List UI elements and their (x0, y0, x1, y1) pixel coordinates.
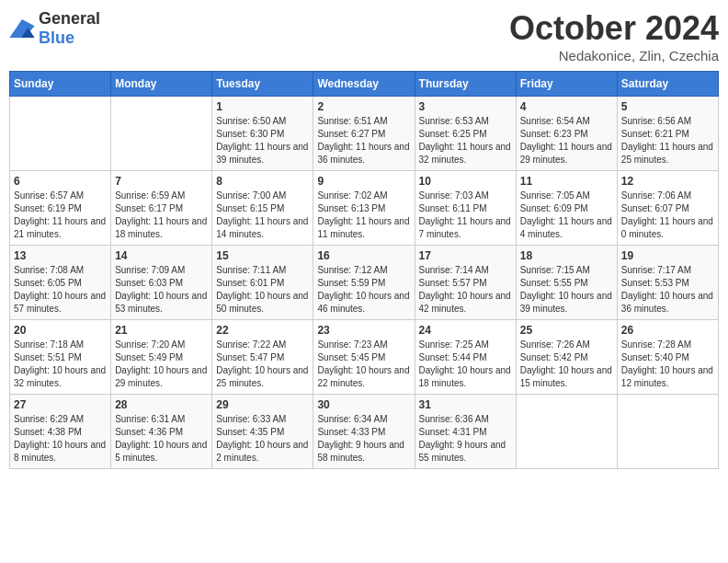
weekday-header: Monday (111, 72, 212, 97)
calendar-cell: 17Sunrise: 7:14 AM Sunset: 5:57 PM Dayli… (415, 246, 516, 320)
day-info: Sunrise: 6:33 AM Sunset: 4:35 PM Dayligh… (216, 413, 309, 465)
weekday-header: Tuesday (212, 72, 313, 97)
calendar-cell: 15Sunrise: 7:11 AM Sunset: 6:01 PM Dayli… (212, 246, 313, 320)
day-number: 31 (419, 398, 512, 411)
calendar-cell: 23Sunrise: 7:23 AM Sunset: 5:45 PM Dayli… (313, 320, 415, 395)
calendar-cell (516, 395, 617, 469)
day-info: Sunrise: 7:15 AM Sunset: 5:55 PM Dayligh… (520, 264, 613, 316)
calendar-cell: 26Sunrise: 7:28 AM Sunset: 5:40 PM Dayli… (617, 320, 718, 395)
day-number: 23 (317, 324, 410, 337)
day-info: Sunrise: 7:17 AM Sunset: 5:53 PM Dayligh… (621, 264, 714, 316)
day-number: 7 (115, 175, 208, 188)
day-number: 6 (14, 175, 107, 188)
day-number: 2 (317, 100, 410, 113)
day-number: 12 (621, 175, 714, 188)
day-info: Sunrise: 6:31 AM Sunset: 4:36 PM Dayligh… (115, 413, 208, 465)
calendar-cell: 12Sunrise: 7:06 AM Sunset: 6:07 PM Dayli… (617, 171, 718, 246)
day-number: 28 (115, 398, 208, 411)
weekday-header: Sunday (10, 72, 111, 97)
calendar-cell: 18Sunrise: 7:15 AM Sunset: 5:55 PM Dayli… (516, 246, 617, 320)
day-number: 10 (419, 175, 512, 188)
day-info: Sunrise: 7:02 AM Sunset: 6:13 PM Dayligh… (317, 190, 410, 241)
day-info: Sunrise: 7:05 AM Sunset: 6:09 PM Dayligh… (520, 190, 613, 241)
day-number: 3 (419, 100, 512, 113)
day-number: 20 (14, 324, 107, 337)
logo: General Blue (9, 9, 100, 48)
calendar-table: SundayMondayTuesdayWednesdayThursdayFrid… (9, 71, 719, 469)
calendar-cell: 6Sunrise: 6:57 AM Sunset: 6:19 PM Daylig… (10, 171, 111, 246)
day-info: Sunrise: 7:18 AM Sunset: 5:51 PM Dayligh… (14, 339, 107, 390)
day-info: Sunrise: 7:26 AM Sunset: 5:42 PM Dayligh… (520, 339, 613, 390)
weekday-header: Wednesday (313, 72, 415, 97)
day-info: Sunrise: 7:25 AM Sunset: 5:44 PM Dayligh… (419, 339, 512, 390)
calendar-cell: 10Sunrise: 7:03 AM Sunset: 6:11 PM Dayli… (415, 171, 516, 246)
weekday-header: Thursday (415, 72, 516, 97)
day-number: 25 (520, 324, 613, 337)
month-title: October 2024 (509, 9, 719, 48)
day-info: Sunrise: 7:22 AM Sunset: 5:47 PM Dayligh… (216, 339, 309, 390)
day-number: 30 (317, 398, 410, 411)
day-info: Sunrise: 7:12 AM Sunset: 5:59 PM Dayligh… (317, 264, 410, 316)
logo-blue: Blue (39, 29, 74, 47)
calendar-week-row: 27Sunrise: 6:29 AM Sunset: 4:38 PM Dayli… (10, 395, 719, 469)
calendar-cell: 21Sunrise: 7:20 AM Sunset: 5:49 PM Dayli… (111, 320, 212, 395)
calendar-cell: 31Sunrise: 6:36 AM Sunset: 4:31 PM Dayli… (415, 395, 516, 469)
day-number: 1 (216, 100, 309, 113)
day-info: Sunrise: 7:11 AM Sunset: 6:01 PM Dayligh… (216, 264, 309, 316)
weekday-header: Saturday (617, 72, 718, 97)
day-number: 4 (520, 100, 613, 113)
day-number: 15 (216, 249, 309, 262)
day-number: 13 (14, 249, 107, 262)
calendar-cell: 25Sunrise: 7:26 AM Sunset: 5:42 PM Dayli… (516, 320, 617, 395)
day-info: Sunrise: 7:06 AM Sunset: 6:07 PM Dayligh… (621, 190, 714, 241)
day-info: Sunrise: 7:23 AM Sunset: 5:45 PM Dayligh… (317, 339, 410, 390)
day-info: Sunrise: 7:00 AM Sunset: 6:15 PM Dayligh… (216, 190, 309, 241)
calendar-cell: 8Sunrise: 7:00 AM Sunset: 6:15 PM Daylig… (212, 171, 313, 246)
day-number: 24 (419, 324, 512, 337)
day-info: Sunrise: 6:53 AM Sunset: 6:25 PM Dayligh… (419, 115, 512, 167)
day-number: 11 (520, 175, 613, 188)
day-info: Sunrise: 6:50 AM Sunset: 6:30 PM Dayligh… (216, 115, 309, 167)
day-number: 18 (520, 249, 613, 262)
day-number: 16 (317, 249, 410, 262)
calendar-week-row: 6Sunrise: 6:57 AM Sunset: 6:19 PM Daylig… (10, 171, 719, 246)
day-info: Sunrise: 6:36 AM Sunset: 4:31 PM Dayligh… (419, 413, 512, 465)
calendar-cell: 9Sunrise: 7:02 AM Sunset: 6:13 PM Daylig… (313, 171, 415, 246)
day-info: Sunrise: 6:29 AM Sunset: 4:38 PM Dayligh… (14, 413, 107, 465)
day-info: Sunrise: 7:03 AM Sunset: 6:11 PM Dayligh… (419, 190, 512, 241)
day-info: Sunrise: 7:28 AM Sunset: 5:40 PM Dayligh… (621, 339, 714, 390)
calendar-week-row: 20Sunrise: 7:18 AM Sunset: 5:51 PM Dayli… (10, 320, 719, 395)
calendar-cell: 2Sunrise: 6:51 AM Sunset: 6:27 PM Daylig… (313, 97, 415, 171)
calendar-cell (617, 395, 718, 469)
weekday-header-row: SundayMondayTuesdayWednesdayThursdayFrid… (10, 72, 719, 97)
location: Nedakonice, Zlin, Czechia (509, 48, 719, 63)
calendar-cell: 4Sunrise: 6:54 AM Sunset: 6:23 PM Daylig… (516, 97, 617, 171)
day-number: 14 (115, 249, 208, 262)
calendar-cell: 14Sunrise: 7:09 AM Sunset: 6:03 PM Dayli… (111, 246, 212, 320)
day-info: Sunrise: 7:20 AM Sunset: 5:49 PM Dayligh… (115, 339, 208, 390)
day-info: Sunrise: 6:57 AM Sunset: 6:19 PM Dayligh… (14, 190, 107, 241)
calendar-cell: 24Sunrise: 7:25 AM Sunset: 5:44 PM Dayli… (415, 320, 516, 395)
calendar-cell: 30Sunrise: 6:34 AM Sunset: 4:33 PM Dayli… (313, 395, 415, 469)
calendar-cell: 27Sunrise: 6:29 AM Sunset: 4:38 PM Dayli… (10, 395, 111, 469)
title-block: October 2024 Nedakonice, Zlin, Czechia (509, 9, 719, 63)
day-number: 21 (115, 324, 208, 337)
calendar-cell: 7Sunrise: 6:59 AM Sunset: 6:17 PM Daylig… (111, 171, 212, 246)
calendar-cell: 13Sunrise: 7:08 AM Sunset: 6:05 PM Dayli… (10, 246, 111, 320)
calendar-cell (111, 97, 212, 171)
calendar-cell: 22Sunrise: 7:22 AM Sunset: 5:47 PM Dayli… (212, 320, 313, 395)
logo-text: General Blue (39, 9, 100, 48)
calendar-cell: 11Sunrise: 7:05 AM Sunset: 6:09 PM Dayli… (516, 171, 617, 246)
logo-icon (9, 19, 35, 38)
day-number: 26 (621, 324, 714, 337)
calendar-cell: 5Sunrise: 6:56 AM Sunset: 6:21 PM Daylig… (617, 97, 718, 171)
day-number: 22 (216, 324, 309, 337)
calendar-cell (10, 97, 111, 171)
day-number: 9 (317, 175, 410, 188)
calendar-cell: 28Sunrise: 6:31 AM Sunset: 4:36 PM Dayli… (111, 395, 212, 469)
calendar-cell: 3Sunrise: 6:53 AM Sunset: 6:25 PM Daylig… (415, 97, 516, 171)
day-number: 17 (419, 249, 512, 262)
calendar-week-row: 1Sunrise: 6:50 AM Sunset: 6:30 PM Daylig… (10, 97, 719, 171)
calendar-cell: 16Sunrise: 7:12 AM Sunset: 5:59 PM Dayli… (313, 246, 415, 320)
day-info: Sunrise: 7:14 AM Sunset: 5:57 PM Dayligh… (419, 264, 512, 316)
